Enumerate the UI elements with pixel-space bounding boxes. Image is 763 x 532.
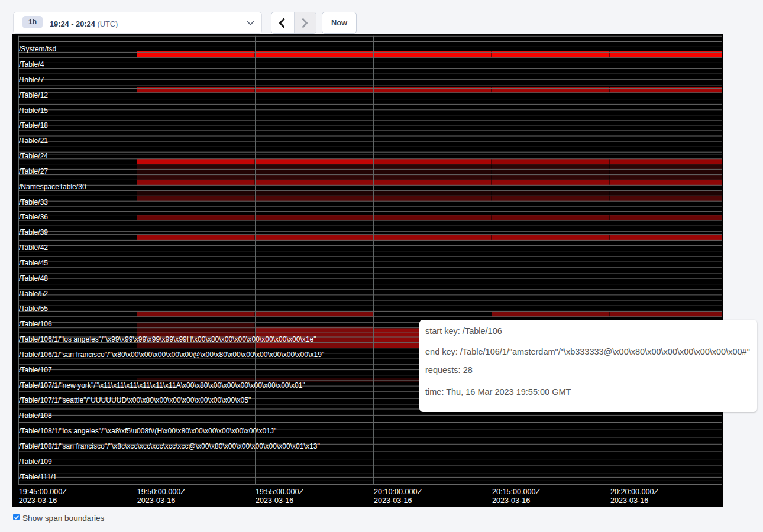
svg-text:/System/tsd: /System/tsd <box>19 45 56 53</box>
svg-text:2023-03-16: 2023-03-16 <box>137 497 175 505</box>
svg-text:/Table/21: /Table/21 <box>19 137 48 145</box>
svg-text:/Table/107: /Table/107 <box>19 366 52 374</box>
svg-text:/Table/12: /Table/12 <box>19 91 48 99</box>
svg-text:19:55:00.000Z: 19:55:00.000Z <box>256 488 304 496</box>
svg-text:19:45:00.000Z: 19:45:00.000Z <box>19 488 67 496</box>
svg-text:/Table/111/1: /Table/111/1 <box>19 473 57 481</box>
svg-text:/Table/45: /Table/45 <box>19 259 48 267</box>
svg-text:/Table/39: /Table/39 <box>19 228 48 236</box>
svg-text:/Table/108: /Table/108 <box>19 411 52 420</box>
svg-text:/Table/48: /Table/48 <box>19 274 48 283</box>
svg-text:/Table/7: /Table/7 <box>19 76 44 84</box>
svg-text:20:20:00.000Z: 20:20:00.000Z <box>610 488 659 496</box>
svg-text:/Table/52: /Table/52 <box>19 290 48 298</box>
svg-text:/Table/4: /Table/4 <box>19 60 44 69</box>
svg-text:/Table/42: /Table/42 <box>19 244 48 252</box>
svg-text:19:50:00.000Z: 19:50:00.000Z <box>137 488 186 496</box>
svg-text:/Table/55: /Table/55 <box>19 304 48 313</box>
svg-text:2023-03-16: 2023-03-16 <box>19 497 57 505</box>
svg-text:/Table/108/1/"san francisco"/": /Table/108/1/"san francisco"/"\x8c\xcc\x… <box>19 442 320 450</box>
svg-text:2023-03-16: 2023-03-16 <box>492 497 530 505</box>
svg-text:/NamespaceTable/30: /NamespaceTable/30 <box>19 183 86 191</box>
svg-text:20:10:00.000Z: 20:10:00.000Z <box>374 488 422 496</box>
svg-text:/Table/106/1/"los angeles"/"\x: /Table/106/1/"los angeles"/"\x99\x99\x99… <box>19 335 316 343</box>
svg-text:/Table/36: /Table/36 <box>19 213 48 221</box>
svg-text:/Table/106: /Table/106 <box>19 320 52 328</box>
svg-text:/Table/107/1/"seattle"/"UUUUUU: /Table/107/1/"seattle"/"UUUUUUD\x00\x80\… <box>19 396 251 404</box>
svg-text:/Table/18: /Table/18 <box>19 121 48 129</box>
svg-text:/Table/27: /Table/27 <box>19 167 48 176</box>
svg-text:2023-03-16: 2023-03-16 <box>610 497 648 505</box>
svg-text:/Table/107/1/"new york"/"\x11\: /Table/107/1/"new york"/"\x11\x11\x11\x1… <box>19 381 305 390</box>
svg-text:/Table/24: /Table/24 <box>19 152 48 160</box>
svg-text:/Table/108/1/"los angeles"/"\x: /Table/108/1/"los angeles"/"\xa8\xf5\u00… <box>19 427 276 435</box>
svg-text:/Table/15: /Table/15 <box>19 106 48 115</box>
svg-text:20:15:00.000Z: 20:15:00.000Z <box>492 488 541 496</box>
svg-text:/Table/109: /Table/109 <box>19 458 52 466</box>
svg-text:/Table/33: /Table/33 <box>19 198 48 206</box>
svg-text:2023-03-16: 2023-03-16 <box>256 497 293 505</box>
svg-text:2023-03-16: 2023-03-16 <box>374 497 412 505</box>
svg-text:/Table/106/1/"san francisco"/": /Table/106/1/"san francisco"/"\x80\x00\x… <box>19 351 324 359</box>
